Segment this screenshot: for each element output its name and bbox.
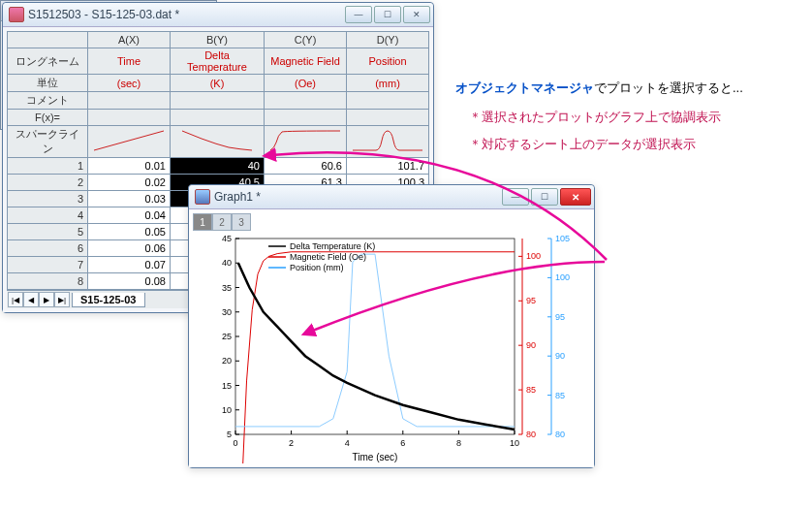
sparkline-c [265,126,347,158]
svg-text:15: 15 [222,381,232,391]
svg-text:Position (mm): Position (mm) [290,263,344,272]
close-button[interactable]: ✕ [403,6,430,23]
graph-window: Graph1 * — ☐ ✕ 1 2 3 5101520253035404502… [188,184,595,468]
corner-cell [8,32,88,48]
svg-text:5: 5 [227,430,232,439]
svg-text:6: 6 [400,438,405,448]
close-button[interactable]: ✕ [560,188,591,206]
graph-title: Graph1 * [214,190,502,204]
svg-text:90: 90 [555,351,565,361]
svg-text:10: 10 [510,438,519,448]
svg-text:Delta Temperature (K): Delta Temperature (K) [290,241,375,251]
sheet-tab[interactable]: S15-125-03 [72,293,145,307]
layer-tab-1[interactable]: 1 [193,213,212,231]
annotation-line1: オブジェクトマネージャでプロットを選択すると... [455,80,743,97]
maximize-button[interactable]: ☐ [374,6,401,23]
graph-icon [195,189,210,205]
cell[interactable]: 0.05 [88,224,171,240]
svg-text:Magnetic Field (Oe): Magnetic Field (Oe) [290,252,366,262]
annotation-line2: ＊選択されたプロットがグラフ上で協調表示 [469,109,721,126]
row-longname: ロングネーム [8,48,88,75]
sheet-nav[interactable]: |◀◀▶▶| [8,292,70,307]
cell[interactable]: 0.06 [88,240,171,257]
svg-text:4: 4 [345,438,350,448]
cell[interactable]: 40 [171,158,265,175]
cell[interactable]: 101.7 [347,158,429,175]
svg-text:40: 40 [222,258,232,268]
svg-text:80: 80 [526,430,536,439]
cell[interactable]: 0.03 [88,191,171,207]
svg-text:100: 100 [555,272,570,282]
row-num[interactable]: 8 [8,273,88,290]
layer-tab-2[interactable]: 2 [212,213,232,231]
col-head-d[interactable]: D(Y) [347,32,429,48]
col-head-b[interactable]: B(Y) [171,32,265,48]
graph-plot[interactable]: 510152025303540450246810Time (sec)808590… [193,231,580,463]
worksheet-title: S1512503 - S15-125-03.dat * [28,8,345,21]
sparkline-d [347,126,429,158]
svg-text:85: 85 [526,385,536,395]
svg-text:8: 8 [456,438,461,448]
svg-text:2: 2 [289,438,294,448]
cell[interactable]: 60.6 [265,158,347,175]
svg-text:10: 10 [222,405,232,415]
svg-text:95: 95 [526,296,536,305]
row-unit: 単位 [8,75,88,92]
svg-text:0: 0 [233,438,237,448]
row-num[interactable]: 5 [8,224,88,240]
row-num[interactable]: 7 [8,257,88,273]
sparkline-b [171,126,265,158]
worksheet-icon [9,7,24,22]
svg-text:20: 20 [222,356,232,366]
row-num[interactable]: 3 [8,191,88,207]
cell[interactable]: 0.04 [88,207,171,224]
cell[interactable]: 0.07 [88,257,171,273]
svg-text:100: 100 [526,251,541,261]
sparkline-a [88,126,171,158]
svg-text:30: 30 [222,307,232,317]
cell[interactable]: 0.08 [88,273,171,290]
annotation-line3: ＊対応するシート上のデータが選択表示 [469,136,696,153]
svg-text:85: 85 [555,391,565,400]
row-num[interactable]: 1 [8,158,88,175]
svg-text:80: 80 [555,430,565,439]
svg-text:35: 35 [222,283,232,293]
svg-text:90: 90 [526,340,536,350]
svg-line-0 [94,131,164,150]
row-num[interactable]: 4 [8,207,88,224]
cell[interactable]: 0.02 [88,175,171,191]
minimize-button[interactable]: — [502,188,529,206]
row-num[interactable]: 6 [8,240,88,257]
col-head-a[interactable]: A(X) [88,32,171,48]
svg-text:95: 95 [555,312,565,322]
row-num[interactable]: 2 [8,175,88,191]
svg-text:45: 45 [222,234,232,243]
svg-text:Time (sec): Time (sec) [353,452,398,462]
worksheet-titlebar[interactable]: S1512503 - S15-125-03.dat * — ☐ ✕ [3,3,433,27]
maximize-button[interactable]: ☐ [531,188,558,206]
cell[interactable]: 0.01 [88,158,171,175]
col-head-c[interactable]: C(Y) [265,32,347,48]
graph-titlebar[interactable]: Graph1 * — ☐ ✕ [189,185,594,209]
svg-text:105: 105 [555,234,570,243]
layer-tab-3[interactable]: 3 [232,213,251,231]
svg-text:25: 25 [222,332,232,341]
minimize-button[interactable]: — [345,6,372,23]
